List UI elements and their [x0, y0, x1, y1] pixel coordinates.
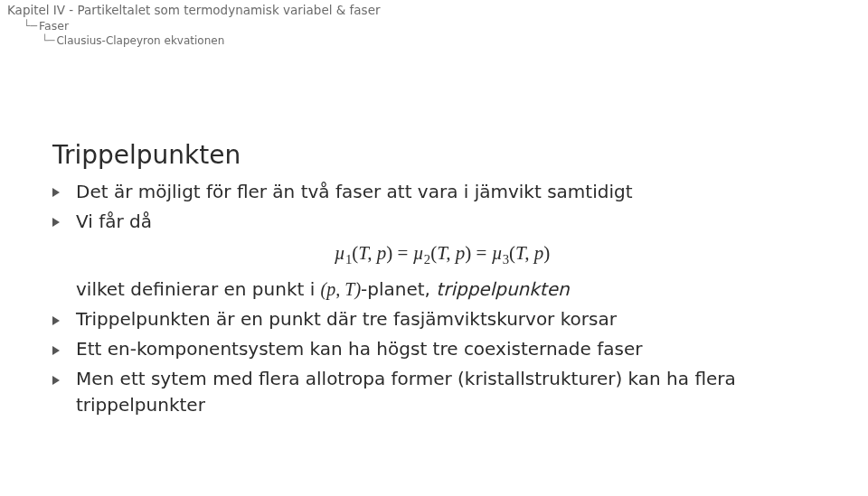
breadcrumb-level-3: └─Clausius-Clapeyron ekvationen: [42, 34, 381, 47]
slide-title: Trippelpunkten: [52, 140, 832, 170]
bullet-2-continuation: vilket definierar en punkt i (p, T)-plan…: [52, 276, 832, 303]
slide-body: Trippelpunkten Det är möjligt för fler ä…: [52, 140, 832, 422]
bullet-text: Vi får då: [76, 211, 152, 232]
triangle-icon: [52, 346, 60, 355]
bullet-4: Ett en-komponentsystem kan ha högst tre …: [52, 336, 832, 362]
triangle-icon: [52, 376, 60, 385]
bullet-1: Det är möjligt för fler än två faser att…: [52, 179, 832, 205]
bullet-list: Det är möjligt för fler än två faser att…: [52, 179, 832, 235]
bullet-5: Men ett sytem med flera allotropa former…: [52, 366, 832, 418]
breadcrumb-level-1: Kapitel IV - Partikeltalet som termodyna…: [7, 3, 381, 17]
breadcrumb-level-2: └─Faser: [24, 19, 381, 33]
triangle-icon: [52, 188, 60, 197]
triangle-icon: [52, 218, 60, 227]
bullet-3: Trippelpunkten är en punkt där tre fasjä…: [52, 306, 832, 332]
triangle-icon: [52, 316, 60, 325]
bullet-text: Men ett sytem med flera allotropa former…: [76, 368, 736, 416]
bullet-text: Det är möjligt för fler än två faser att…: [76, 181, 633, 202]
breadcrumb: Kapitel IV - Partikeltalet som termodyna…: [7, 3, 381, 47]
inline-math: (p, T): [321, 279, 361, 299]
bullet-text: Trippelpunkten är en punkt där tre fasjä…: [76, 308, 617, 330]
term-trippelpunkten: trippelpunkten: [436, 278, 569, 300]
bullet-text: Ett en-komponentsystem kan ha högst tre …: [76, 338, 642, 360]
equation: µ1(T, p) = µ2(T, p) = µ3(T, p): [52, 242, 832, 267]
bullet-list-2: Trippelpunkten är en punkt där tre fasjä…: [52, 306, 832, 418]
bullet-2: Vi får då: [52, 209, 832, 235]
